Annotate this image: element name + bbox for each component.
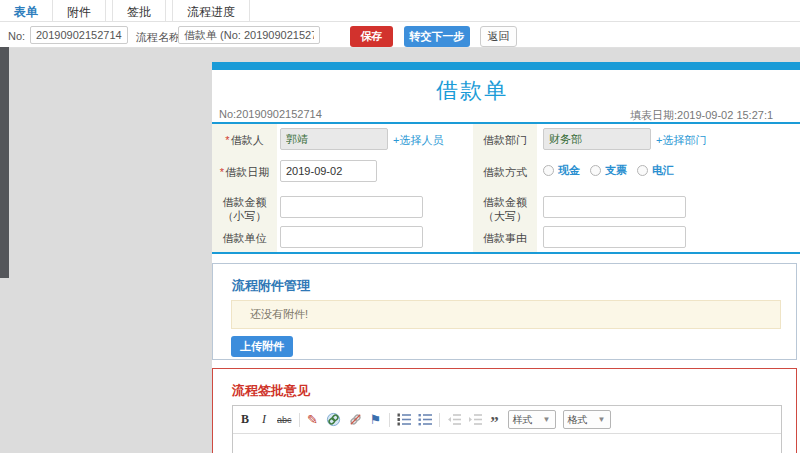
panel-top-bar bbox=[212, 62, 800, 70]
sidebar-collapsed-strip bbox=[0, 47, 9, 278]
amount-big-label: 借款金额（大写） bbox=[473, 195, 537, 223]
italic-icon[interactable]: I bbox=[258, 412, 270, 427]
rich-text-editor: B I abc ✎ ⚑ bbox=[232, 405, 782, 453]
doc-fill-date: 填表日期:2019-09-02 15:27:1 bbox=[630, 108, 773, 123]
required-asterisk: * bbox=[220, 166, 224, 178]
loan-reason-input[interactable] bbox=[543, 226, 686, 248]
radio-cash-label[interactable]: 现金 bbox=[558, 163, 580, 178]
no-label: No: bbox=[8, 30, 25, 42]
loan-date-input[interactable] bbox=[280, 160, 377, 182]
bold-icon[interactable]: B bbox=[239, 412, 251, 427]
no-attachment-alert: 还没有附件! bbox=[231, 300, 781, 329]
save-button[interactable]: 保存 bbox=[350, 26, 393, 47]
ordered-list-icon[interactable] bbox=[397, 413, 411, 426]
radio-cheque[interactable] bbox=[590, 165, 601, 176]
unordered-list-icon[interactable] bbox=[418, 413, 432, 426]
amount-big-input[interactable] bbox=[543, 196, 686, 218]
toolbar-separator bbox=[389, 413, 390, 427]
blockquote-icon[interactable]: ” bbox=[489, 412, 501, 428]
next-step-button[interactable]: 转交下一步 bbox=[404, 26, 470, 47]
select-dept-link[interactable]: +选择部门 bbox=[656, 133, 706, 148]
radio-wire[interactable] bbox=[637, 165, 648, 176]
style-select[interactable]: 样式▼ bbox=[508, 410, 556, 429]
loan-unit-label: 借款单位 bbox=[212, 231, 277, 245]
toolbar-separator bbox=[299, 413, 300, 427]
anchor-flag-icon[interactable]: ⚑ bbox=[370, 412, 382, 427]
flow-name-input[interactable] bbox=[178, 26, 320, 44]
strikethrough-icon[interactable]: abc bbox=[277, 415, 292, 425]
method-label: 借款方式 bbox=[473, 165, 537, 179]
no-input[interactable] bbox=[30, 26, 128, 44]
indent-icon[interactable] bbox=[468, 413, 482, 426]
format-brush-icon[interactable]: ✎ bbox=[307, 412, 319, 427]
tab-bar: 表单 附件 签批 流程进度 bbox=[0, 0, 800, 22]
tab-approve[interactable]: 签批 bbox=[112, 0, 166, 21]
style-select-label: 样式 bbox=[513, 413, 533, 427]
back-button[interactable]: 返回 bbox=[480, 26, 517, 47]
tab-progress[interactable]: 流程进度 bbox=[172, 0, 250, 21]
approval-section-title: 流程签批意见 bbox=[232, 382, 310, 400]
method-radio-group: 现金 支票 电汇 bbox=[543, 163, 674, 178]
toolbar-separator bbox=[439, 413, 440, 427]
chevron-down-icon: ▼ bbox=[543, 415, 551, 424]
radio-cash[interactable] bbox=[543, 165, 554, 176]
select-person-link[interactable]: +选择人员 bbox=[393, 133, 443, 148]
radio-wire-label[interactable]: 电汇 bbox=[652, 163, 674, 178]
tab-attachment[interactable]: 附件 bbox=[52, 0, 106, 21]
divider-line-bottom bbox=[212, 252, 800, 254]
loan-unit-input[interactable] bbox=[280, 226, 423, 248]
doc-number: No:20190902152714 bbox=[219, 108, 322, 120]
dept-label: 借款部门 bbox=[473, 133, 537, 147]
loan-reason-label: 借款事由 bbox=[473, 231, 537, 245]
action-toolbar: No: 流程名称: 保存 转交下一步 返回 bbox=[0, 22, 800, 48]
tab-form[interactable]: 表单 bbox=[0, 0, 52, 21]
unlink-icon[interactable] bbox=[348, 412, 363, 427]
borrower-label: *借款人 bbox=[212, 133, 277, 147]
amount-small-label: 借款金额（小写） bbox=[212, 195, 277, 223]
borrower-input[interactable] bbox=[280, 128, 388, 150]
attachment-section-title: 流程附件管理 bbox=[232, 277, 310, 295]
page-title: 借款单 bbox=[212, 76, 732, 106]
radio-cheque-label[interactable]: 支票 bbox=[605, 163, 627, 178]
editor-content-area[interactable] bbox=[233, 434, 781, 453]
link-icon[interactable] bbox=[326, 412, 341, 427]
format-select-label: 格式 bbox=[568, 413, 588, 427]
attachment-section: 流程附件管理 还没有附件! 上传附件 bbox=[212, 263, 797, 360]
app-window: 表单 附件 签批 流程进度 No: 流程名称: 保存 转交下一步 返回 借款单 … bbox=[0, 0, 800, 453]
loan-date-label: *借款日期 bbox=[212, 165, 277, 179]
upload-attachment-button[interactable]: 上传附件 bbox=[231, 336, 293, 357]
dept-input[interactable] bbox=[543, 128, 651, 150]
chevron-down-icon: ▼ bbox=[598, 415, 606, 424]
flow-name-label: 流程名称: bbox=[136, 30, 183, 45]
editor-toolbar: B I abc ✎ ⚑ bbox=[233, 406, 781, 434]
amount-small-input[interactable] bbox=[280, 196, 423, 218]
format-select[interactable]: 格式▼ bbox=[563, 410, 611, 429]
outdent-icon[interactable] bbox=[447, 413, 461, 426]
approval-section: 流程签批意见 B I abc ✎ ⚑ bbox=[212, 368, 797, 453]
required-asterisk: * bbox=[225, 134, 229, 146]
